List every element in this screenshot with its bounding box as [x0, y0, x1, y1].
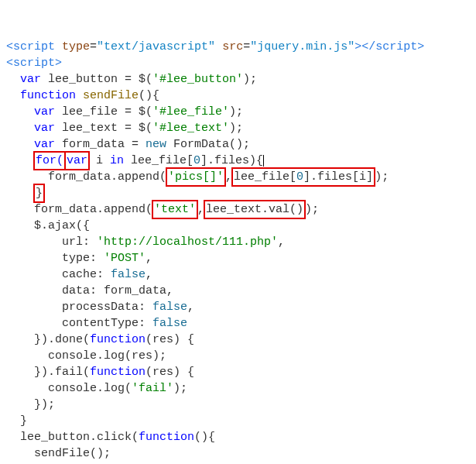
code-text: $.ajax({	[6, 219, 90, 232]
code-text: });	[6, 398, 55, 411]
code-text: ,	[187, 301, 194, 314]
code-text: false	[111, 268, 146, 281]
highlight-box-var: var	[64, 151, 90, 170]
highlight-box-pics: 'pics[]'	[166, 167, 226, 187]
code-text: type:	[6, 252, 104, 265]
code-text: false	[152, 317, 187, 330]
code-text: ,	[146, 268, 152, 281]
code-text	[76, 89, 83, 102]
code-text: =	[90, 40, 97, 53]
code-text: ].files){	[200, 154, 263, 167]
code-text: }).fail(	[6, 366, 90, 379]
code-text: '#lee_button'	[152, 73, 243, 86]
code-text: lee_file = $(	[55, 105, 152, 119]
code-text: ,	[146, 252, 152, 265]
code-text: form_data =	[55, 138, 146, 151]
code-text: function	[90, 366, 146, 379]
code-text: false	[152, 301, 187, 314]
code-text: );	[229, 122, 243, 135]
code-text: console.log(	[6, 382, 132, 395]
code-text	[55, 40, 62, 53]
code-text: (res) {	[146, 333, 194, 346]
code-text: data: form_data,	[6, 284, 173, 297]
code-text: FormData();	[166, 138, 250, 151]
code-text: var	[34, 138, 55, 151]
highlight-box-leetext: lee_text.val()	[204, 200, 306, 219]
code-text: function	[20, 89, 76, 102]
code-block: <script type="text/javascript" src="jque…	[6, 39, 470, 464]
code-text: i	[89, 154, 110, 167]
code-text: lee_file[	[234, 170, 296, 184]
code-text: script	[375, 40, 417, 53]
code-text: url:	[6, 235, 97, 249]
code-text	[6, 122, 34, 135]
code-text	[6, 89, 20, 102]
code-text: "jquery.min.js"	[250, 40, 354, 53]
code-text: script	[13, 40, 55, 53]
code-text: lee_button.click(	[6, 431, 139, 444]
code-text: lee_file[	[124, 154, 193, 167]
code-text: (){	[139, 89, 159, 102]
code-text: lee_text = $(	[55, 122, 152, 135]
code-text: );	[173, 382, 187, 395]
code-text: }	[36, 187, 43, 200]
highlight-box-for: for(	[33, 151, 66, 170]
code-text: >	[55, 57, 62, 70]
code-text: }).done(	[6, 333, 90, 346]
code-text: contentType:	[6, 317, 152, 330]
text-cursor	[263, 155, 264, 167]
code-text: </	[361, 40, 375, 53]
code-text: );	[229, 105, 243, 119]
code-text: var	[20, 73, 41, 86]
code-text: form_data.append(	[6, 170, 166, 184]
code-text: ].files[i]	[303, 170, 373, 184]
code-text: 'fail'	[132, 382, 173, 395]
code-text: '#lee_file'	[152, 105, 229, 119]
code-text: processData:	[6, 301, 152, 314]
code-text: 'text'	[154, 203, 196, 216]
code-text: (){	[194, 431, 215, 444]
code-text: (res) {	[146, 366, 194, 379]
code-text: );	[375, 170, 389, 184]
code-text: }	[6, 414, 27, 428]
code-text	[6, 105, 34, 119]
code-text	[6, 187, 34, 200]
code-text: for(	[36, 154, 63, 167]
code-text: ,	[278, 235, 285, 249]
code-text: );	[305, 203, 319, 216]
code-text: src	[222, 40, 243, 53]
code-text: 'pics[]'	[168, 170, 224, 184]
code-text: function	[90, 333, 146, 346]
code-text	[6, 154, 34, 167]
code-text	[215, 40, 222, 53]
code-text: );	[243, 73, 257, 86]
code-text: >	[417, 40, 424, 53]
code-text: sendFile	[83, 89, 139, 102]
code-text: 'POST'	[104, 252, 146, 265]
code-text: script	[13, 57, 55, 70]
code-text: form_data.append(	[6, 203, 152, 216]
code-text: new	[146, 138, 166, 151]
code-text	[6, 73, 20, 86]
code-text: <	[6, 57, 13, 70]
code-text: '#lee_text'	[152, 122, 229, 135]
code-text: var	[34, 105, 55, 119]
code-text: 'http://localhost/111.php'	[97, 235, 278, 249]
code-text: var	[67, 154, 87, 167]
code-text: console.log(res);	[6, 349, 166, 363]
code-text: type	[62, 40, 90, 53]
code-text: lee_button = $(	[41, 73, 152, 86]
code-text: var	[34, 122, 55, 135]
code-text: 0	[193, 154, 200, 167]
code-text: lee_text.val()	[206, 203, 303, 216]
code-text: "text/javascript"	[97, 40, 215, 53]
code-text: sendFile();	[6, 447, 111, 460]
code-text: cache:	[6, 268, 111, 281]
highlight-box-brace: }	[33, 184, 45, 203]
code-text: <	[6, 40, 13, 53]
code-text: in	[110, 154, 124, 167]
code-text: 0	[296, 170, 303, 184]
code-text: >	[354, 40, 361, 53]
highlight-box-text: 'text'	[152, 200, 198, 219]
code-text	[6, 138, 34, 151]
